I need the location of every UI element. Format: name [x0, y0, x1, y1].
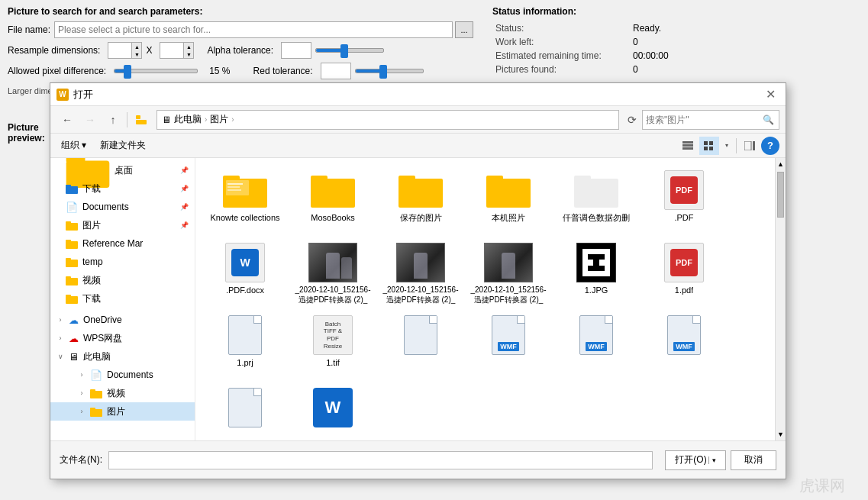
cancel-button[interactable]: 取消: [731, 450, 776, 470]
red-input[interactable]: 35: [321, 63, 351, 79]
address-arrow-1: ›: [205, 115, 207, 124]
nav-up-button[interactable]: ↑: [102, 110, 124, 130]
sidebar-item-pictures2[interactable]: › 图片: [50, 402, 195, 421]
file-item-knowte[interactable]: Knowte collections: [203, 166, 287, 234]
sidebar-item-documents2[interactable]: › 📄 Documents: [50, 366, 195, 384]
details-pane-button[interactable]: [740, 137, 760, 155]
alpha-input[interactable]: 35: [281, 42, 311, 59]
sidebar-item-reference[interactable]: Reference Mar: [50, 234, 195, 253]
sidebar-item-onedrive[interactable]: › ☁ OneDrive: [50, 311, 195, 329]
1prj-label: 1.prj: [237, 357, 253, 368]
sidebar-item-computer[interactable]: ∨ 🖥 此电脑: [50, 347, 195, 366]
sidebar-item-pictures1[interactable]: 图片 📌: [50, 216, 195, 234]
file-item-local-photos[interactable]: 本机照片: [466, 166, 550, 234]
wmf2-icon: WMF: [484, 315, 533, 355]
work-label: Work left:: [492, 35, 630, 49]
organize-button[interactable]: 组织 ▾: [56, 137, 91, 155]
open-button[interactable]: 打开(O) ▾: [665, 450, 726, 470]
sidebar-item-wps-cloud[interactable]: › ☁ WPS网盘: [50, 329, 195, 347]
svg-rect-38: [399, 176, 415, 182]
scrollbar-right[interactable]: ▲ ▼: [775, 158, 786, 440]
computer-icon: 🖥: [69, 351, 79, 363]
width-input[interactable]: 75: [108, 43, 131, 58]
svg-rect-22: [66, 276, 71, 279]
alpha-label: Alpha tolerance:: [207, 45, 273, 56]
pin-icon-desktop: 📌: [180, 166, 189, 174]
file-item-wmf2[interactable]: WMF: [466, 311, 550, 379]
file-item-photo1[interactable]: _2020-12-10_152156-迅捷PDF转换器 (2)_赤兔PDF转换器…: [291, 238, 375, 307]
1pdf-label: 1.pdf: [675, 285, 693, 295]
resample-label: Resample dimensions:: [8, 45, 100, 56]
file-item-wmf3[interactable]: WMF: [554, 311, 638, 379]
height-down[interactable]: ▼: [184, 50, 193, 58]
browse-button[interactable]: ...: [455, 21, 473, 38]
file-item-1jpg[interactable]: 1.JPG: [554, 238, 638, 307]
dialog-close-button[interactable]: ✕: [761, 85, 779, 104]
file-item-wps2[interactable]: W: [291, 383, 375, 440]
onedrive-icon: ☁: [69, 315, 79, 326]
open-dropdown-arrow[interactable]: ▾: [708, 456, 716, 464]
photo1-icon: [308, 243, 357, 282]
scroll-up[interactable]: ▲: [776, 158, 786, 170]
sidebar-item-desktop[interactable]: 桌面 📌: [50, 161, 195, 179]
sidebar-item-video1[interactable]: 视频: [50, 271, 195, 289]
alpha-slider[interactable]: [315, 42, 392, 59]
search-icon-button[interactable]: 🔍: [760, 112, 776, 127]
svg-rect-16: [66, 221, 71, 224]
sidebar-label-downloads2: 下载: [82, 292, 101, 305]
width-spinner[interactable]: 75 ▲ ▼: [108, 42, 142, 59]
svg-rect-20: [66, 258, 71, 260]
file-item-saved-pics[interactable]: 保存的图片: [379, 166, 463, 234]
photo2-icon: [396, 243, 445, 282]
scroll-thumb[interactable]: [777, 172, 784, 218]
dialog-icon-text: W: [59, 90, 66, 98]
sidebar-item-temp[interactable]: temp: [50, 253, 195, 271]
view-dropdown-button[interactable]: ▾: [721, 137, 733, 155]
red-slider[interactable]: [355, 63, 431, 79]
wmf1-icon: [396, 315, 445, 355]
filename-field[interactable]: [108, 451, 653, 469]
time-label: Estimated remaining time:: [492, 49, 630, 63]
file-item-generic2[interactable]: [203, 383, 287, 440]
file-item-pdf1[interactable]: PDF .PDF: [642, 166, 726, 234]
view-icons-button[interactable]: [699, 137, 719, 155]
svg-rect-36: [311, 176, 328, 182]
svg-rect-34: [227, 189, 241, 191]
file-item-wmf1[interactable]: [379, 311, 463, 379]
nav-recent-button[interactable]: [131, 110, 152, 130]
new-folder-button[interactable]: 新建文件夹: [95, 137, 150, 155]
file-item-mosobooks[interactable]: MosoBooks: [291, 166, 375, 234]
help-button[interactable]: ?: [761, 137, 779, 155]
sidebar-item-video2[interactable]: › 视频: [50, 384, 195, 402]
sidebar-item-documents1[interactable]: 📄 Documents 📌: [50, 198, 195, 216]
file-item-1pdf[interactable]: PDF 1.pdf: [642, 238, 726, 307]
sidebar-item-downloads2[interactable]: 下载: [50, 289, 195, 308]
search-input[interactable]: [646, 115, 760, 125]
file-item-photo2[interactable]: _2020-12-10_152156-迅捷PDF转换器 (2)_赤兔PDF转换器…: [379, 238, 463, 307]
width-up[interactable]: ▲: [132, 43, 141, 50]
address-refresh-button[interactable]: ⟳: [624, 111, 641, 128]
pixel-slider[interactable]: [114, 63, 205, 79]
file-item-color-data[interactable]: 仟普调色数据勿删: [554, 166, 638, 234]
nav-back-button[interactable]: ←: [56, 110, 78, 130]
photo3-icon: [484, 243, 533, 282]
height-up[interactable]: ▲: [184, 43, 193, 50]
open-dialog: W 打开 ✕ ← → ↑ 🖥 此电脑 › 图片 › ⟳ 🔍: [50, 82, 786, 479]
file-item-photo3[interactable]: _2020-12-10_152156-迅捷PDF转换器 (2)_赤兔PDF转换器…: [466, 238, 550, 307]
height-input[interactable]: 75: [160, 43, 183, 58]
svg-rect-27: [90, 409, 102, 417]
file-item-wmf4[interactable]: WMF: [642, 311, 726, 379]
wps2-icon: W: [308, 388, 357, 427]
view-list-button[interactable]: [678, 137, 698, 155]
scroll-down[interactable]: ▼: [776, 428, 786, 440]
file-input[interactable]: [54, 21, 453, 38]
file-item-1prj[interactable]: 1.prj: [203, 311, 287, 379]
svg-rect-41: [574, 179, 618, 208]
file-item-pdfdocx[interactable]: W .PDF.docx: [203, 238, 287, 307]
dialog-body: 桌面 📌 下载 📌 📄 Documents 📌 图片 📌: [50, 158, 786, 440]
nav-forward-button[interactable]: →: [79, 110, 101, 130]
file-item-1tif[interactable]: BatchTIFF &PDFResize 1.tif: [291, 311, 375, 379]
height-spinner[interactable]: 75 ▲ ▼: [160, 42, 194, 59]
width-down[interactable]: ▼: [132, 50, 141, 58]
svg-rect-1: [136, 120, 147, 124]
